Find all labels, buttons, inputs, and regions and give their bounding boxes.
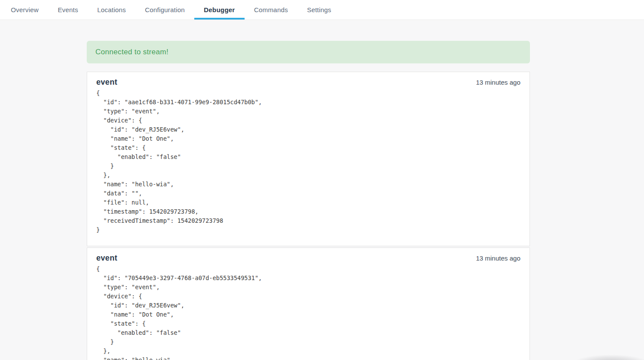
tab-events[interactable]: Events [48, 0, 88, 20]
event-card-header: event 13 minutes ago [96, 254, 520, 263]
tab-debugger[interactable]: Debugger [194, 0, 245, 20]
stream-connected-message: Connected to stream! [95, 48, 169, 56]
tab-configuration[interactable]: Configuration [135, 0, 194, 20]
event-timestamp: 13 minutes ago [476, 79, 520, 86]
tab-locations[interactable]: Locations [88, 0, 135, 20]
stream-connected-banner: Connected to stream! [87, 41, 530, 63]
event-card: event 13 minutes ago { "id": "705449e3-3… [87, 248, 530, 360]
tab-overview[interactable]: Overview [1, 0, 48, 20]
main-content: Connected to stream! event 13 minutes ag… [87, 41, 530, 360]
tab-settings[interactable]: Settings [297, 0, 341, 20]
event-card-header: event 13 minutes ago [96, 78, 520, 87]
event-title: event [96, 78, 118, 87]
event-card: event 13 minutes ago { "id": "aae1cf68-b… [87, 72, 530, 246]
event-timestamp: 13 minutes ago [476, 254, 520, 262]
tab-commands[interactable]: Commands [245, 0, 297, 20]
event-json-payload: { "id": "aae1cf68-b331-4071-99e9-28015cd… [96, 89, 520, 234]
event-json-payload: { "id": "705449e3-3297-4768-a07d-eb55335… [96, 264, 520, 360]
top-nav: Overview Events Locations Configuration … [0, 0, 644, 20]
bottom-right-shadow [562, 348, 644, 360]
event-title: event [96, 254, 118, 263]
